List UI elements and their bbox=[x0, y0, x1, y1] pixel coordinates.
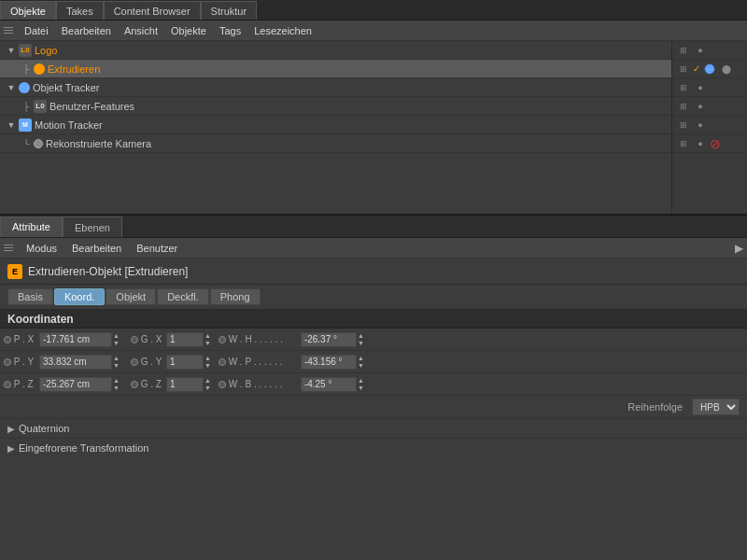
coord-row-z: P . Z ▲▼ G . Z ▲▼ W . B . . . . . . ▲▼ bbox=[0, 373, 747, 396]
object-name-benutzer: Benutzer-Features bbox=[49, 101, 668, 112]
dot-icon-motion[interactable]: ● bbox=[693, 118, 708, 133]
object-row-extrudieren[interactable]: ├ Extrudieren bbox=[0, 60, 671, 78]
object-row-logo[interactable]: ▼ L0 Logo bbox=[0, 41, 671, 60]
object-row-benutzer[interactable]: ├ L0 Benutzer-Features bbox=[0, 97, 671, 116]
attr-object-title: Extrudieren-Objekt [Extrudieren] bbox=[28, 265, 188, 278]
menu-ansicht[interactable]: Ansicht bbox=[119, 24, 163, 37]
radio-wh[interactable] bbox=[218, 336, 226, 343]
attr-menu-bar: Modus Bearbeiten Benutzer ▶ bbox=[0, 238, 747, 259]
menu-datei[interactable]: Datei bbox=[19, 24, 54, 37]
obj-icon-motion: M bbox=[19, 119, 32, 132]
menu-modus[interactable]: Modus bbox=[21, 242, 63, 255]
tab-struktur[interactable]: Struktur bbox=[201, 1, 258, 20]
tab-ebenen[interactable]: Ebenen bbox=[63, 217, 122, 237]
right-row-extrudieren: ⊞ ✓ ⬤ bbox=[672, 60, 747, 78]
arrows-gz[interactable]: ▲▼ bbox=[204, 377, 211, 392]
reihenfolge-label: Reihenfolge bbox=[627, 401, 683, 413]
menu-tags[interactable]: Tags bbox=[214, 24, 247, 37]
arrows-px[interactable]: ▲▼ bbox=[113, 332, 120, 347]
sub-tab-basis[interactable]: Basis bbox=[7, 288, 53, 305]
input-pz[interactable] bbox=[39, 377, 112, 392]
right-row-logo: ⊞ ● bbox=[672, 41, 747, 60]
dot2-icon-extrudieren[interactable]: ⬤ bbox=[719, 62, 734, 77]
menu-lesezeichen[interactable]: Lesezeichen bbox=[248, 24, 317, 37]
label-wp: W . P . . . . . . bbox=[226, 357, 301, 367]
top-tab-bar: Objekte Takes Content Browser Struktur bbox=[0, 0, 747, 21]
menu-bar: Datei Bearbeiten Ansicht Objekte Tags Le… bbox=[0, 21, 747, 41]
quaternion-row[interactable]: ▶ Quaternion bbox=[0, 418, 747, 438]
right-row-kamera: ⊞ ● ⊘ bbox=[672, 134, 747, 153]
vis-icon-kamera[interactable]: ⊞ bbox=[676, 136, 691, 151]
input-wh[interactable] bbox=[301, 332, 357, 347]
arrows-pz[interactable]: ▲▼ bbox=[113, 377, 120, 392]
input-gz[interactable] bbox=[166, 377, 204, 392]
radio-wp[interactable] bbox=[218, 358, 226, 366]
reihenfolge-select[interactable]: HPB PHB BPH bbox=[692, 399, 740, 415]
section-title-koordinaten: Koordinaten bbox=[0, 310, 747, 329]
menu-benutzer-attr[interactable]: Benutzer bbox=[131, 242, 183, 255]
label-gx: G . X bbox=[138, 334, 166, 344]
radio-px[interactable] bbox=[4, 336, 11, 343]
arrows-wh[interactable]: ▲▼ bbox=[358, 332, 364, 347]
vis-icon-extrudieren[interactable]: ⊞ bbox=[676, 62, 691, 77]
arrows-wb[interactable]: ▲▼ bbox=[358, 377, 364, 392]
obj-icon-kamera bbox=[34, 139, 43, 148]
check-icon-extrudieren[interactable]: ✓ bbox=[693, 63, 700, 74]
attr-tab-bar: Attribute Ebenen bbox=[0, 216, 747, 238]
tab-objekte[interactable]: Objekte bbox=[0, 1, 56, 20]
dot-icon-benutzer[interactable]: ● bbox=[693, 99, 708, 114]
reihenfolge-row: Reihenfolge HPB PHB BPH bbox=[0, 396, 747, 418]
input-px[interactable] bbox=[39, 332, 112, 347]
arrows-wp[interactable]: ▲▼ bbox=[358, 355, 364, 370]
tab-attribute[interactable]: Attribute bbox=[0, 217, 63, 237]
arrows-gx[interactable]: ▲▼ bbox=[204, 332, 211, 347]
dot-icon-kamera[interactable]: ● bbox=[693, 136, 708, 151]
expand-icon-extrudieren: ├ bbox=[19, 62, 34, 77]
label-wb: W . B . . . . . . bbox=[226, 379, 301, 389]
radio-gy[interactable] bbox=[131, 358, 138, 366]
forbidden-icon-kamera: ⊘ bbox=[710, 136, 721, 151]
menu-bearbeiten[interactable]: Bearbeiten bbox=[56, 24, 117, 37]
object-row-objekt-tracker[interactable]: ▼ Objekt Tracker bbox=[0, 78, 671, 97]
vis-icon-logo[interactable]: ⊞ bbox=[676, 43, 691, 58]
right-row-benutzer: ⊞ ● bbox=[672, 97, 747, 116]
quaternion-arrow-icon: ▶ bbox=[7, 424, 15, 434]
radio-wb[interactable] bbox=[218, 381, 226, 388]
label-pz: P . Z bbox=[11, 379, 39, 389]
arrow-right-icon: ▶ bbox=[735, 242, 743, 255]
input-wp[interactable] bbox=[301, 355, 357, 370]
tab-takes[interactable]: Takes bbox=[56, 1, 104, 20]
radio-pz[interactable] bbox=[4, 381, 11, 388]
sphere-icon-extrudieren[interactable] bbox=[702, 62, 717, 77]
object-row-kamera[interactable]: └ Rekonstruierte Kamera bbox=[0, 134, 671, 153]
radio-gz[interactable] bbox=[131, 381, 138, 388]
object-name-kamera: Rekonstruierte Kamera bbox=[46, 138, 668, 149]
expand-icon-kamera: └ bbox=[19, 136, 34, 151]
radio-gx[interactable] bbox=[131, 336, 138, 343]
sub-tab-objekt[interactable]: Objekt bbox=[106, 288, 156, 305]
input-wb[interactable] bbox=[301, 377, 357, 392]
arrows-py[interactable]: ▲▼ bbox=[113, 355, 120, 370]
dot-icon-tracker[interactable]: ● bbox=[693, 80, 708, 95]
menu-objekte[interactable]: Objekte bbox=[165, 24, 212, 37]
sub-tab-phong[interactable]: Phong bbox=[210, 288, 261, 305]
dot-icon-logo[interactable]: ● bbox=[693, 43, 708, 58]
object-name-logo: Logo bbox=[35, 45, 668, 56]
eingefrorene-row[interactable]: ▶ Eingefrorene Transformation bbox=[0, 438, 747, 457]
right-row-motion: ⊞ ● bbox=[672, 116, 747, 134]
input-py[interactable] bbox=[39, 355, 112, 370]
input-gy[interactable] bbox=[166, 355, 204, 370]
arrows-gy[interactable]: ▲▼ bbox=[204, 355, 211, 370]
vis-icon-tracker[interactable]: ⊞ bbox=[676, 80, 691, 95]
input-gx[interactable] bbox=[166, 332, 204, 347]
sub-tab-koord[interactable]: Koord. bbox=[54, 288, 105, 305]
menu-bearbeiten-attr[interactable]: Bearbeiten bbox=[66, 242, 127, 255]
object-name-tracker: Objekt Tracker bbox=[33, 82, 668, 93]
sub-tab-deckfl[interactable]: Deckfl. bbox=[157, 288, 209, 305]
object-row-motion[interactable]: ▼ M Motion Tracker bbox=[0, 116, 671, 134]
radio-py[interactable] bbox=[4, 358, 11, 366]
vis-icon-motion[interactable]: ⊞ bbox=[676, 118, 691, 133]
tab-content-browser[interactable]: Content Browser bbox=[104, 1, 201, 20]
vis-icon-benutzer[interactable]: ⊞ bbox=[676, 99, 691, 114]
obj-icon-benutzer: L0 bbox=[34, 100, 47, 113]
